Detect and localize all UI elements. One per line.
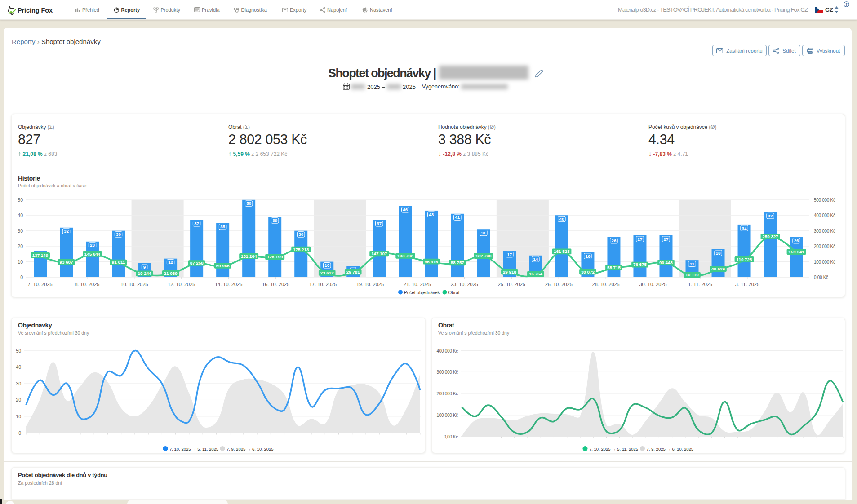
svg-text:147 107: 147 107	[371, 251, 387, 256]
svg-text:Obrat: Obrat	[448, 290, 460, 295]
svg-text:39: 39	[272, 218, 277, 223]
svg-text:20: 20	[18, 243, 23, 249]
svg-text:50: 50	[16, 348, 21, 354]
svg-text:11: 11	[690, 261, 695, 266]
svg-text:58 715: 58 715	[607, 265, 621, 270]
svg-text:87 258: 87 258	[190, 261, 204, 265]
svg-text:110 723: 110 723	[737, 257, 752, 262]
svg-text:88 757: 88 757	[451, 260, 465, 265]
svg-text:400 000 Kč: 400 000 Kč	[814, 213, 835, 218]
svg-text:50: 50	[246, 201, 251, 206]
svg-text:17. 10. 2025: 17. 10. 2025	[309, 282, 337, 287]
svg-text:25. 10. 2025: 25. 10. 2025	[498, 282, 525, 287]
svg-text:30: 30	[18, 228, 23, 234]
svg-text:9: 9	[143, 265, 146, 270]
svg-text:27: 27	[638, 237, 643, 242]
svg-text:8. 10. 2025: 8. 10. 2025	[75, 282, 99, 287]
svg-text:200 000 Kč: 200 000 Kč	[436, 391, 458, 396]
svg-text:15 754: 15 754	[529, 271, 543, 276]
svg-text:126 199: 126 199	[267, 254, 283, 259]
svg-text:93 607: 93 607	[60, 260, 74, 265]
svg-text:46: 46	[403, 207, 408, 212]
svg-text:14: 14	[533, 256, 538, 261]
svg-text:30. 10. 2025: 30. 10. 2025	[639, 282, 667, 287]
svg-text:100 000 Kč: 100 000 Kč	[436, 413, 458, 418]
svg-text:100 000 Kč: 100 000 Kč	[814, 260, 835, 265]
svg-text:19 244: 19 244	[138, 271, 152, 276]
svg-text:300 000 Kč: 300 000 Kč	[814, 229, 835, 234]
svg-text:30: 30	[16, 381, 21, 386]
svg-text:16. 10. 2025: 16. 10. 2025	[262, 282, 289, 287]
svg-text:145 644: 145 644	[84, 252, 101, 256]
svg-text:31: 31	[481, 230, 486, 235]
svg-text:3. 11. 2025: 3. 11. 2025	[735, 282, 759, 287]
svg-text:?: ?	[845, 2, 848, 7]
svg-text:50: 50	[18, 197, 23, 203]
svg-text:23. 10. 2025: 23. 10. 2025	[451, 282, 478, 287]
svg-text:91 611: 91 611	[112, 260, 125, 265]
svg-text:26: 26	[794, 238, 799, 243]
svg-text:12: 12	[168, 260, 173, 265]
svg-text:27: 27	[664, 237, 669, 242]
svg-text:7. 10. 2025 → 5. 11. 2025: 7. 10. 2025 → 5. 11. 2025	[169, 447, 218, 451]
svg-text:200 000 Kč: 200 000 Kč	[814, 244, 835, 249]
svg-text:23: 23	[90, 243, 95, 248]
svg-text:29 918: 29 918	[503, 270, 517, 274]
svg-text:41: 41	[455, 215, 460, 220]
svg-text:19. 10. 2025: 19. 10. 2025	[356, 282, 384, 287]
svg-text:23 612: 23 612	[320, 270, 334, 275]
svg-text:Počet objednávek: Počet objednávek	[404, 290, 440, 295]
svg-text:32: 32	[64, 229, 69, 234]
svg-text:29 781: 29 781	[346, 270, 360, 274]
svg-text:10: 10	[18, 259, 23, 265]
svg-text:7. 10. 2025: 7. 10. 2025	[27, 282, 52, 287]
svg-text:18: 18	[716, 251, 721, 256]
svg-text:1. 11. 2025: 1. 11. 2025	[688, 282, 712, 287]
svg-text:7. 9. 2025 → 6. 10. 2025: 7. 9. 2025 → 6. 10. 2025	[647, 447, 694, 451]
svg-text:42: 42	[768, 213, 773, 218]
svg-text:40: 40	[16, 364, 21, 370]
svg-text:0,00 Kč: 0,00 Kč	[444, 434, 458, 439]
svg-text:161 528: 161 528	[554, 249, 570, 254]
svg-text:10: 10	[324, 263, 329, 268]
svg-text:21. 10. 2025: 21. 10. 2025	[404, 282, 431, 287]
svg-text:7. 10. 2025 → 5. 11. 2025: 7. 10. 2025 → 5. 11. 2025	[589, 447, 638, 451]
svg-text:10: 10	[16, 414, 21, 419]
svg-text:37: 37	[377, 221, 382, 226]
svg-text:48 629: 48 629	[711, 266, 725, 271]
svg-text:0: 0	[20, 274, 23, 280]
svg-text:0: 0	[18, 430, 21, 436]
svg-text:30: 30	[116, 232, 121, 237]
svg-text:20: 20	[16, 397, 21, 402]
svg-text:12. 10. 2025: 12. 10. 2025	[168, 282, 195, 287]
svg-text:7. 9. 2025 → 6. 10. 2025: 7. 9. 2025 → 6. 10. 2025	[226, 447, 274, 451]
svg-text:159 241: 159 241	[788, 249, 804, 254]
svg-text:10. 10. 2025: 10. 10. 2025	[120, 282, 148, 287]
svg-text:40: 40	[559, 217, 564, 221]
svg-text:175 213: 175 213	[293, 247, 309, 252]
svg-text:30 072: 30 072	[581, 270, 595, 274]
svg-text:43: 43	[429, 212, 434, 217]
svg-text:34: 34	[742, 226, 747, 231]
svg-text:35: 35	[220, 224, 225, 229]
svg-text:500 000 Kč: 500 000 Kč	[814, 198, 835, 203]
svg-text:30: 30	[298, 232, 303, 237]
svg-text:90 443: 90 443	[659, 260, 673, 265]
svg-text:0,00 Kč: 0,00 Kč	[814, 275, 828, 280]
svg-text:26: 26	[611, 238, 616, 243]
svg-text:76 675: 76 675	[633, 262, 647, 267]
svg-text:10 110: 10 110	[685, 272, 699, 277]
svg-text:133 782: 133 782	[397, 253, 413, 258]
svg-text:26. 10. 2025: 26. 10. 2025	[545, 282, 573, 287]
svg-text:69 966: 69 966	[216, 263, 230, 268]
svg-text:132 738: 132 738	[475, 253, 492, 258]
svg-text:14. 10. 2025: 14. 10. 2025	[215, 282, 242, 287]
svg-text:96 915: 96 915	[425, 259, 439, 264]
svg-text:300 000 Kč: 300 000 Kč	[436, 370, 458, 375]
svg-text:137 149: 137 149	[32, 253, 49, 258]
svg-text:259 327: 259 327	[762, 234, 778, 239]
svg-text:16: 16	[585, 254, 590, 259]
svg-text:28. 10. 2025: 28. 10. 2025	[592, 282, 620, 287]
svg-text:17: 17	[507, 252, 512, 257]
svg-text:21 069: 21 069	[164, 271, 178, 276]
